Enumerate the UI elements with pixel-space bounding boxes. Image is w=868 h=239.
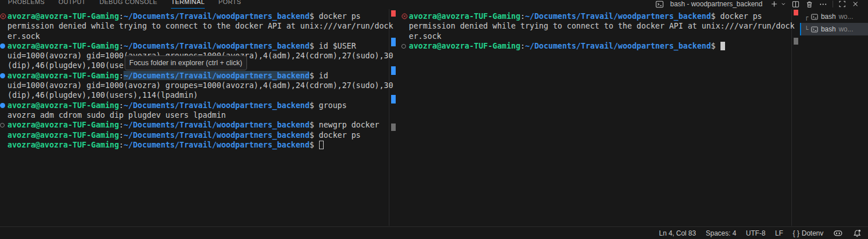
terminal-line: avozra@avozra-TUF-Gaming:~/Documents/Tra… (0, 71, 400, 81)
panel-tab-debug-console[interactable]: DEBUG CONSOLE (99, 0, 157, 9)
terminal-text: ~/Documents/Travail/woodpartners_backend (525, 41, 711, 50)
terminal-line: avozra@avozra-TUF-Gaming:~/Documents/Tra… (401, 41, 793, 51)
command-success-decoration-icon[interactable] (0, 41, 7, 51)
terminal-line: avozra@avozra-TUF-Gaming:~/Documents/Tra… (0, 41, 400, 51)
terminal-line: avozra@avozra-TUF-Gaming:~/Documents/Tra… (0, 11, 400, 21)
terminal-text: : (119, 140, 124, 149)
terminal-list-item-detail: wo... (839, 25, 853, 33)
terminal-icon (655, 0, 664, 9)
terminal-icon (811, 26, 818, 33)
tree-guide: ┌ (805, 13, 809, 21)
cursor-position-status[interactable]: Ln 4, Col 83 (659, 229, 696, 237)
terminal-text: $ id $USER (309, 41, 356, 50)
notifications-bell-icon[interactable] (853, 229, 862, 238)
language-mode-status[interactable]: { } Dotenv (793, 229, 823, 237)
braces-icon: { } (793, 229, 799, 237)
terminal-text: ~/Documents/Travail/woodpartners_backend (124, 101, 309, 110)
terminal-text: avozra@avozra-TUF-Gaming (7, 140, 119, 149)
terminal-line: avozra@avozra-TUF-Gaming:~/Documents/Tra… (0, 140, 400, 150)
terminal-text: ~/Documents/Travail/woodpartners_backend (124, 11, 309, 21)
terminal-line: permission denied while trying to connec… (401, 21, 793, 31)
terminal-title: bash - woodpartners_backend (670, 0, 762, 8)
terminal-line: er.sock (0, 31, 400, 41)
command-success-decoration-icon[interactable] (0, 101, 7, 110)
left-overview-ruler[interactable] (391, 0, 396, 239)
terminal-text: ~/Documents/Travail/woodpartners_backend (124, 120, 309, 129)
terminal-text: avozra@avozra-TUF-Gaming (7, 41, 119, 50)
chevron-down-icon (781, 1, 786, 7)
link-tooltip: Focus folder in explorer (ctrl + click) (125, 55, 247, 70)
kill-terminal-button[interactable] (805, 0, 814, 9)
eol-status[interactable]: LF (775, 229, 783, 237)
overview-ruler-default-marker (794, 38, 798, 45)
terminal-line: permission denied while trying to connec… (0, 21, 400, 31)
maximize-panel-button[interactable] (838, 0, 846, 9)
overview-ruler-ok-marker (391, 38, 396, 46)
more-actions-button[interactable] (819, 0, 827, 9)
terminal-text: ~/Documents/Travail/woodpartners_backend (124, 130, 309, 140)
terminal-text: : (520, 41, 525, 50)
command-pending-decoration-icon[interactable] (401, 41, 409, 51)
terminal-text: ~/Documents/Travail/woodpartners_backend (525, 11, 711, 21)
terminal-list-item-name: bash (821, 13, 836, 21)
hovered-folder-link[interactable]: ~/Documents/Travail/woodpartners_backend (124, 71, 309, 80)
terminal-pane-left[interactable]: avozra@avozra-TUF-Gaming:~/Documents/Tra… (0, 9, 400, 150)
panel-tab-output[interactable]: OUTPUT (58, 0, 86, 9)
command-error-decoration-icon[interactable] (401, 11, 409, 21)
terminal-text: avozra@avozra-TUF-Gaming (7, 71, 119, 80)
terminal-text: $ docker ps (711, 11, 762, 21)
terminal-text: : (119, 41, 124, 50)
terminal-text: $ docker ps (309, 11, 360, 21)
close-panel-button[interactable] (851, 0, 859, 9)
copilot-status-icon[interactable] (833, 228, 843, 238)
terminal-tabs-list: ┌bashwo...└bashwo... (800, 10, 868, 35)
terminal-text: avozra adm cdrom sudo dip plugdev users … (7, 110, 226, 120)
overview-ruler-ok-marker (391, 66, 396, 75)
overview-ruler-error-marker (794, 10, 798, 15)
overview-ruler-default-marker (391, 124, 396, 131)
overview-ruler-ok-marker (391, 95, 396, 103)
command-pending-decoration-icon[interactable] (0, 120, 7, 130)
tree-guide: └ (805, 26, 809, 33)
terminal-text: avozra@avozra-TUF-Gaming (7, 101, 119, 110)
terminal-text: (dip),46(plugdev),100(users),114(lpadmin… (7, 90, 198, 99)
terminal-text: permission denied while trying to connec… (7, 21, 393, 30)
terminal-text: $ groups (309, 101, 347, 110)
terminal-line: (dip),46(plugdev),100(users),114(lpadmin… (0, 90, 400, 100)
header-separator (833, 1, 833, 7)
terminal-line: er.sock (401, 31, 793, 41)
terminal-pane-right[interactable]: avozra@avozra-TUF-Gaming:~/Documents/Tra… (401, 9, 793, 51)
terminal-text: er.sock (7, 31, 40, 41)
terminal-text: $ newgrp docker (309, 120, 379, 129)
panel-tab-problems[interactable]: PROBLEMS (8, 0, 45, 9)
command-success-decoration-icon[interactable] (0, 71, 7, 81)
terminal-text: : (119, 130, 124, 140)
terminal-cursor (720, 42, 725, 50)
encoding-status[interactable]: UTF-8 (746, 229, 766, 237)
terminal-list-item[interactable]: ┌bashwo... (800, 10, 868, 23)
terminal-line: uid=1000(avozra) gid=1000(avozra) groupe… (0, 81, 400, 90)
panel-actions: bash - woodpartners_backend (655, 0, 859, 9)
panel-tab-ports[interactable]: PORTS (218, 0, 241, 9)
terminal-cursor (319, 141, 324, 149)
terminal-list-item-name: bash (821, 25, 836, 33)
terminal-text: : (520, 11, 525, 21)
panel-tab-terminal[interactable]: TERMINAL (171, 0, 205, 9)
right-overview-ruler[interactable] (794, 0, 798, 239)
terminal-text: permission denied while trying to connec… (409, 21, 795, 30)
terminal-text: $ id (309, 71, 328, 80)
terminal-text: avozra@avozra-TUF-Gaming (7, 130, 119, 140)
command-error-decoration-icon[interactable] (0, 11, 7, 21)
terminal-line: avozra adm cdrom sudo dip plugdev users … (0, 110, 400, 120)
terminal-text: $ (309, 140, 318, 149)
indentation-status[interactable]: Spaces: 4 (706, 229, 736, 237)
new-terminal-button[interactable] (770, 0, 786, 9)
terminal-text: avozra@avozra-TUF-Gaming (409, 41, 520, 50)
terminal-text: er.sock (409, 31, 441, 41)
terminal-text: avozra@avozra-TUF-Gaming (409, 11, 520, 21)
terminal-list-item-selected[interactable]: └bashwo... (800, 23, 868, 35)
status-bar: Ln 4, Col 83 Spaces: 4 UTF-8 LF { } Dote… (0, 226, 868, 239)
terminal-list-item-detail: wo... (839, 13, 853, 21)
terminal-text: : (119, 120, 124, 129)
terminal-text: $ (711, 41, 720, 50)
